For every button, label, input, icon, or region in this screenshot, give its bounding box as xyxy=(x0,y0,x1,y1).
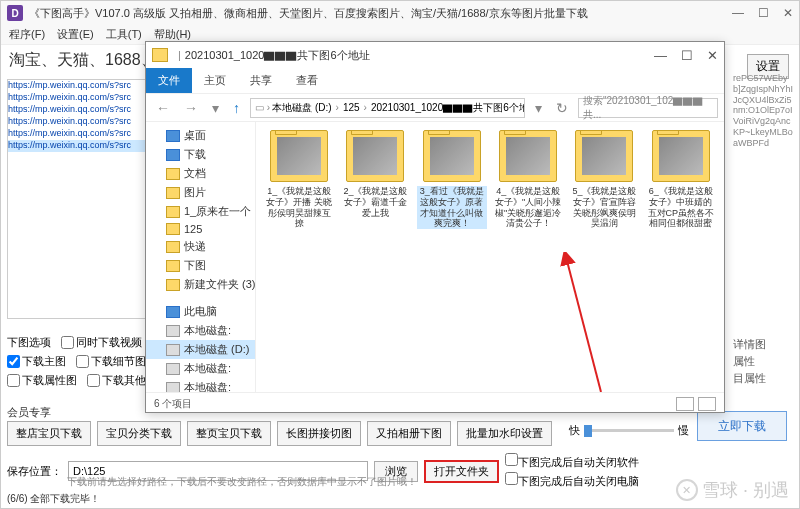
minimize-icon[interactable]: — xyxy=(732,6,744,20)
exp-close-icon[interactable]: ✕ xyxy=(707,48,718,63)
watermark: ✕雪球 · 别遇 xyxy=(676,478,789,502)
tree-node[interactable]: 图片 xyxy=(146,183,255,202)
folder-item[interactable]: 4_《我就是这般女子》"人间小辣椒"关晓彤邂逅冷清贵公子！ xyxy=(493,130,563,384)
slider-fast-label: 快 xyxy=(569,423,580,438)
tree-node[interactable]: 本地磁盘: xyxy=(146,378,255,392)
cb-main[interactable]: 下载主图 xyxy=(7,354,66,369)
refresh-icon[interactable]: ↻ xyxy=(552,100,572,116)
tree-node[interactable]: 本地磁盘: xyxy=(146,321,255,340)
explorer-status-count: 6 个项目 xyxy=(154,397,192,411)
folder-item[interactable]: 2_《我就是这般女子》霸道千金爱上我 xyxy=(340,130,410,384)
app-logo: D xyxy=(7,5,23,21)
url-list[interactable]: https://mp.weixin.qq.com/s?srchttps://mp… xyxy=(7,79,155,319)
path-dropdown-icon[interactable]: ▾ xyxy=(531,100,546,116)
tree-node[interactable]: 本地磁盘 (D:) xyxy=(146,340,255,359)
explorer-tab[interactable]: 共享 xyxy=(238,68,284,93)
action-button[interactable]: 宝贝分类下载 xyxy=(97,421,181,446)
explorer-tab[interactable]: 查看 xyxy=(284,68,330,93)
right-panel-item: 属性 xyxy=(733,354,793,369)
folder-icon xyxy=(152,48,168,62)
menu-item[interactable]: 工具(T) xyxy=(106,27,142,42)
menu-item[interactable]: 设置(E) xyxy=(57,27,94,42)
explorer-tab[interactable]: 主页 xyxy=(192,68,238,93)
maximize-icon[interactable]: ☐ xyxy=(758,6,769,20)
menu-item[interactable]: 帮助(H) xyxy=(154,27,191,42)
address-bar[interactable]: ▭ › 本地磁盘 (D:)›125›20210301_1020▇▇▇共下图6个地… xyxy=(250,98,525,118)
nav-down-icon[interactable]: ▾ xyxy=(208,100,223,116)
tree-node[interactable]: 新建文件夹 (3) xyxy=(146,275,255,294)
tree-node[interactable]: 桌面 xyxy=(146,126,255,145)
download-now-button[interactable]: 立即下载 xyxy=(697,411,787,441)
exp-minimize-icon[interactable]: — xyxy=(654,48,667,63)
file-explorer-window: | 20210301_1020▇▇▇共下图6个地址 — ☐ ✕ 文件主页共享查看… xyxy=(145,41,725,413)
explorer-title: 20210301_1020▇▇▇共下图6个地址 xyxy=(185,48,654,63)
member-label: 会员专享 xyxy=(7,405,51,420)
action-button[interactable]: 整页宝贝下载 xyxy=(187,421,271,446)
save-label: 保存位置： xyxy=(7,464,62,479)
open-folder-button[interactable]: 打开文件夹 xyxy=(424,460,499,483)
action-button[interactable]: 又拍相册下图 xyxy=(367,421,451,446)
right-panel-item: 目属性 xyxy=(733,371,793,386)
tree-node[interactable]: 此电脑 xyxy=(146,302,255,321)
cb-close-pc[interactable]: 下图完成后自动关闭电脑 xyxy=(505,472,639,489)
explorer-tab[interactable]: 文件 xyxy=(146,68,192,93)
path-segment[interactable]: 本地磁盘 (D:) xyxy=(270,101,333,115)
tree-node[interactable]: 下图 xyxy=(146,256,255,275)
path-segment[interactable]: 20210301_1020▇▇▇共下图6个地址 xyxy=(369,101,525,115)
action-button[interactable]: 整店宝贝下载 xyxy=(7,421,91,446)
close-icon[interactable]: ✕ xyxy=(783,6,793,20)
cb-attr[interactable]: 下载属性图 xyxy=(7,373,77,388)
speed-slider[interactable] xyxy=(584,429,674,432)
action-button[interactable]: 长图拼接切图 xyxy=(277,421,361,446)
tree-node[interactable]: 快递 xyxy=(146,237,255,256)
tree-node[interactable]: 125 xyxy=(146,221,255,237)
hex-text: rePC57WEbyb]ZqgIspNhYhIJcQXU4lBxZi5nm:O1… xyxy=(733,73,795,149)
slider-slow-label: 慢 xyxy=(678,423,689,438)
nav-up-icon[interactable]: ↑ xyxy=(229,100,244,116)
folder-item[interactable]: 6_《我就是这般女子》中班婧的五对CP虽然各不相同但都很甜蜜 xyxy=(646,130,716,384)
nav-back-icon[interactable]: ← xyxy=(152,100,174,116)
menu-item[interactable]: 程序(F) xyxy=(9,27,45,42)
folder-item[interactable]: 5_《我就是这般女子》官宣阵容 关晓彤飒爽侯明昊温润 xyxy=(569,130,639,384)
folder-item[interactable]: 1_《我就是这般女子》开播 关晓彤侯明昊甜辣互撩 xyxy=(264,130,334,384)
right-panel-item: 详情图 xyxy=(733,337,793,352)
view-list-icon[interactable] xyxy=(698,397,716,411)
cb-close-soft[interactable]: 下图完成后自动关闭软件 xyxy=(505,453,639,470)
nav-fwd-icon[interactable]: → xyxy=(180,100,202,116)
folder-item[interactable]: 3_看过《我就是这般女子》原著才知道什么叫做爽完爽！ xyxy=(417,130,487,384)
tree-node[interactable]: 文档 xyxy=(146,164,255,183)
tree-node[interactable]: 下载 xyxy=(146,145,255,164)
breadcrumb-sep: | xyxy=(174,49,185,61)
opts-header: 下图选项 xyxy=(7,335,51,350)
tree-node[interactable]: 1_原来在一个 xyxy=(146,202,255,221)
cb-detail[interactable]: 下载细节图 xyxy=(76,354,146,369)
tree-node[interactable]: 本地磁盘: xyxy=(146,359,255,378)
status-bar: (6/6) 全部下载完毕！ xyxy=(7,492,100,506)
path-segment[interactable]: 125 xyxy=(341,102,362,113)
view-thumb-icon[interactable] xyxy=(676,397,694,411)
action-button[interactable]: 批量加水印设置 xyxy=(457,421,552,446)
cb-sametime[interactable]: 同时下载视频 xyxy=(61,335,142,350)
exp-maximize-icon[interactable]: ☐ xyxy=(681,48,693,63)
window-title: 《下图高手》V107.0 高级版 又拍相册、微商相册、天堂图片、百度搜索图片、淘… xyxy=(29,6,732,21)
explorer-search[interactable]: 搜索"20210301_102▇▇▇共... xyxy=(578,98,718,118)
save-hint: 下载前请先选择好路径，下载后不要改变路径，否则数据库中显示不了图片哦！ xyxy=(67,475,417,489)
